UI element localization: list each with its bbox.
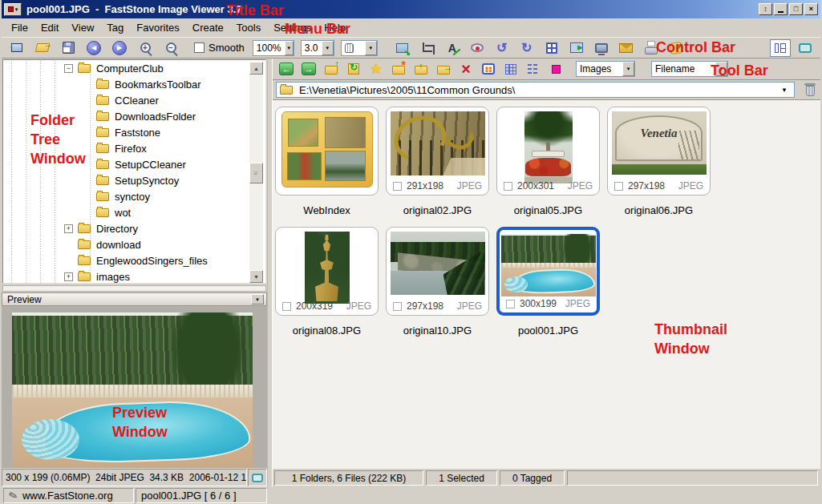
pane-splitter[interactable] [267,58,273,487]
minimize-button[interactable] [774,3,788,15]
menu-settings[interactable]: Settings [267,20,318,35]
thumbnail-original10.JPG[interactable]: 297x198JPEG [386,227,489,316]
thumb-checkbox[interactable] [393,302,402,311]
tree-item-SetupSynctoy[interactable]: SetupSynctoy [3,172,265,188]
move-to-icon[interactable] [433,60,454,78]
collapse-preview-button[interactable]: ▾ [251,294,264,304]
up-folder-icon[interactable] [321,60,342,78]
expand-icon[interactable]: + [64,224,73,233]
collapse-icon[interactable]: − [64,64,73,73]
save-as-icon[interactable] [58,39,79,57]
thumbnail-original02.JPG[interactable]: 291x198JPEG [386,107,489,196]
thumb-checkbox[interactable] [506,300,515,308]
thumb-checkbox[interactable] [282,302,291,311]
chevron-down-icon[interactable]: ▾ [365,41,377,55]
fullscreen-icon[interactable] [795,39,816,57]
chevron-down-icon[interactable]: ▾ [622,62,634,76]
zoom-in-icon[interactable] [135,39,156,57]
resize-icon[interactable] [392,39,413,57]
tree-item-Faststone[interactable]: Faststone [3,124,265,140]
tree-item-EnglewoodSingers_files[interactable]: EnglewoodSingers_files [3,252,265,268]
new-folder-icon[interactable] [388,60,409,78]
rotate-right-icon[interactable] [516,39,537,57]
tag-icon[interactable] [666,39,686,57]
rollup-button[interactable]: ↕ [759,3,772,15]
tree-item-wot[interactable]: wot [3,204,265,220]
fit-window-button[interactable] [248,469,267,486]
magnifier-select[interactable]: 3.0 ▾ [301,40,334,56]
zoom-out-icon[interactable] [160,39,181,57]
system-menu-button[interactable]: ▾ [4,3,22,16]
view-list-icon[interactable] [523,60,544,78]
refresh-icon[interactable] [343,60,364,78]
chevron-down-icon[interactable]: ▾ [322,41,334,55]
hand-tool-select[interactable]: ▾ [341,40,378,56]
thumbnail-original05.JPG[interactable]: 200x301JPEG [496,107,600,196]
compare-icon[interactable] [541,39,562,57]
preview-image[interactable] [12,312,253,468]
menu-tools[interactable]: Tools [230,20,267,35]
maximize-button[interactable]: □ [789,3,803,15]
slideshow-icon[interactable] [566,39,587,57]
thumbnail-WebIndex[interactable] [275,107,379,196]
path-input[interactable]: E:\Venetia\Pictures\2005\11Common Ground… [276,82,795,98]
smooth-checkbox[interactable] [194,42,204,53]
chevron-down-icon[interactable]: ▼ [778,87,791,94]
chevron-down-icon[interactable]: ▾ [285,41,294,55]
thumb-checkbox[interactable] [614,182,623,191]
tree-item-BookmarksToolbar[interactable]: BookmarksToolbar [3,76,265,92]
scrollbar-thumb[interactable]: ≡ [249,163,263,183]
menu-file[interactable]: File [5,20,34,35]
thumbnail-filename[interactable]: WebIndex [303,204,350,227]
scroll-up-icon[interactable]: ▲ [249,62,263,75]
forward-icon[interactable] [298,60,319,78]
tree-item-DownloadsFolder[interactable]: DownloadsFolder [3,108,265,124]
tree-item-Firefox[interactable]: Firefox [3,140,265,156]
browse-folder-icon[interactable] [32,39,53,57]
menu-help[interactable]: Help [318,20,352,35]
thumbnail-filename[interactable]: original06.JPG [625,204,693,227]
view-details-icon[interactable] [500,60,521,78]
scroll-down-icon[interactable]: ▼ [249,270,263,283]
layout-icon[interactable] [770,39,791,57]
menu-create[interactable]: Create [186,20,230,35]
close-button[interactable]: × [804,3,818,15]
red-eye-icon[interactable] [467,39,488,57]
thumbnail-pool001.JPG[interactable]: 300x199JPEG [496,227,600,316]
menu-edit[interactable]: Edit [34,20,65,35]
menu-favorites[interactable]: Favorites [130,20,185,35]
wallpaper-icon[interactable] [591,39,612,57]
favorites-icon[interactable] [366,60,387,78]
thumb-checkbox[interactable] [393,182,402,191]
thumbnail-original06.JPG[interactable]: Venetia297x198JPEG [607,107,711,196]
thumbnail-filename[interactable]: original05.JPG [514,204,582,227]
thumbnail-filename[interactable]: original10.JPG [403,325,472,347]
draw-icon[interactable] [442,39,463,57]
thumbnail-filename[interactable]: pool001.JPG [518,325,578,347]
tree-item-images[interactable]: +images [3,268,265,284]
open-image-icon[interactable] [6,39,27,57]
thumbnail-filename[interactable]: original08.JPG [293,325,361,347]
thumb-checkbox[interactable] [504,182,512,191]
tree-item-ComputerClub[interactable]: −ComputerClub [3,60,265,76]
menu-tag[interactable]: Tag [100,20,130,35]
thumbnail-original08.JPG[interactable]: 200x319JPEG [275,227,379,316]
view-thumbnails-icon[interactable] [478,60,499,78]
menu-view[interactable]: View [65,20,100,35]
recycle-bin-icon[interactable] [800,81,820,99]
expand-icon[interactable]: + [64,272,73,281]
chevron-down-icon[interactable]: ▾ [715,62,727,76]
crop-icon[interactable] [417,39,438,57]
sort-select[interactable]: Filename ▾ [651,61,728,77]
tree-item-SetupCCleaner[interactable]: SetupCCleaner [3,156,265,172]
tree-item-synctoy[interactable]: synctoy [3,188,265,204]
delete-icon[interactable] [456,60,476,78]
website-link[interactable]: ✎ www.FastStone.org [3,488,134,503]
zoom-select[interactable]: 100% ▾ [253,40,294,56]
tree-item-download[interactable]: download [3,236,265,252]
previous-image-icon[interactable] [83,39,104,57]
rotate-left-icon[interactable] [492,39,512,57]
back-icon[interactable] [276,60,297,78]
tree-horizontal-scrollbar[interactable] [2,285,266,292]
file-filter-select[interactable]: Images ▾ [576,61,635,77]
